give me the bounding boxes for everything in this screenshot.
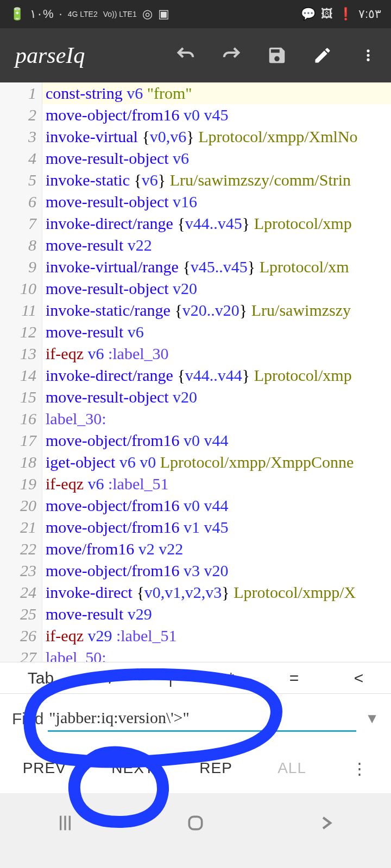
code-line[interactable]: 19if-eqz v6 :label_51 bbox=[0, 473, 391, 495]
code-line[interactable]: 18iget-object v6 v0 Lprotocol/xmpp/XmppC… bbox=[0, 451, 391, 473]
line-number: 26 bbox=[0, 625, 42, 647]
code-line[interactable]: 3invoke-virtual {v0,v6} Lprotocol/xmpp/X… bbox=[0, 126, 391, 148]
message-icon: 💬 bbox=[301, 7, 316, 21]
code-content: move-result v29 bbox=[42, 603, 152, 625]
symbol-key[interactable]: = bbox=[280, 669, 309, 687]
code-content: invoke-direct {v0,v1,v2,v3} Lprotocol/xm… bbox=[42, 582, 356, 603]
line-number: 4 bbox=[0, 148, 42, 169]
symbol-key[interactable]: / bbox=[99, 669, 123, 687]
line-number: 10 bbox=[0, 278, 42, 299]
line-number: 19 bbox=[0, 473, 42, 495]
line-number: 22 bbox=[0, 538, 42, 560]
symbol-key[interactable]: * bbox=[218, 669, 244, 687]
find-input[interactable] bbox=[48, 705, 356, 732]
symbol-row: Tab/|*=< bbox=[0, 662, 391, 693]
code-editor[interactable]: 1const-string v6 "from"2move-object/from… bbox=[0, 82, 391, 662]
code-line[interactable]: 16label_30: bbox=[0, 408, 391, 430]
recents-button[interactable] bbox=[50, 808, 80, 838]
line-number: 13 bbox=[0, 343, 42, 365]
code-content: label_30: bbox=[42, 408, 106, 430]
code-content: move-object/from16 v0 v45 bbox=[42, 104, 229, 126]
redo-button[interactable] bbox=[220, 44, 242, 66]
page-title: parseIq bbox=[15, 42, 175, 68]
svg-point-1 bbox=[367, 54, 369, 56]
code-line[interactable]: 22move/from16 v2 v22 bbox=[0, 538, 391, 560]
line-number: 20 bbox=[0, 495, 42, 516]
line-number: 15 bbox=[0, 386, 42, 408]
line-number: 1 bbox=[0, 82, 42, 104]
undo-button[interactable] bbox=[175, 44, 197, 66]
more-button[interactable] bbox=[357, 44, 379, 66]
hotspot-icon: ◎ bbox=[142, 7, 153, 21]
code-line[interactable]: 6move-result-object v16 bbox=[0, 191, 391, 213]
code-line[interactable]: 2move-object/from16 v0 v45 bbox=[0, 104, 391, 126]
all-button[interactable]: ALL bbox=[278, 760, 306, 777]
code-content: const-string v6 "from" bbox=[42, 82, 192, 104]
prev-button[interactable]: PREV bbox=[23, 760, 66, 777]
edit-button[interactable] bbox=[312, 44, 333, 66]
status-bar: 🔋 ١٠% · 4G LTE2 Vo)) LTE1 ◎ ▣ 💬 🖼 ❗ ٧:٥٣ bbox=[0, 0, 391, 28]
line-number: 11 bbox=[0, 299, 42, 321]
find-more-button[interactable]: ⋮ bbox=[351, 759, 368, 778]
battery-pct: ١٠% bbox=[30, 7, 54, 21]
code-line[interactable]: 25move-result v29 bbox=[0, 603, 391, 625]
svg-rect-6 bbox=[189, 816, 201, 829]
line-number: 24 bbox=[0, 582, 42, 603]
code-line[interactable]: 12move-result v6 bbox=[0, 321, 391, 343]
line-number: 14 bbox=[0, 365, 42, 386]
back-button[interactable] bbox=[311, 808, 341, 838]
line-number: 9 bbox=[0, 256, 42, 278]
code-content: if-eqz v29 :label_51 bbox=[42, 625, 177, 647]
signal-1: 4G LTE2 bbox=[68, 10, 98, 18]
code-line[interactable]: 8move-result v22 bbox=[0, 234, 391, 256]
code-line[interactable]: 10move-result-object v20 bbox=[0, 278, 391, 299]
cast-icon: ▣ bbox=[158, 7, 169, 21]
symbol-key[interactable]: Tab bbox=[18, 669, 64, 687]
line-number: 7 bbox=[0, 213, 42, 234]
android-nav-bar bbox=[0, 793, 391, 853]
code-line[interactable]: 26if-eqz v29 :label_51 bbox=[0, 625, 391, 647]
code-content: invoke-virtual {v0,v6} Lprotocol/xmpp/Xm… bbox=[42, 126, 358, 148]
code-content: move-result v6 bbox=[42, 321, 144, 343]
code-line[interactable]: 24invoke-direct {v0,v1,v2,v3} Lprotocol/… bbox=[0, 582, 391, 603]
battery-icon: 🔋 bbox=[10, 7, 24, 21]
line-number: 18 bbox=[0, 451, 42, 473]
line-number: 17 bbox=[0, 430, 42, 451]
symbol-key[interactable]: < bbox=[344, 669, 374, 687]
home-button[interactable] bbox=[180, 808, 211, 838]
save-button[interactable] bbox=[266, 44, 288, 66]
code-line[interactable]: 13if-eqz v6 :label_30 bbox=[0, 343, 391, 365]
find-actions: PREV NEXT REP ALL ⋮ bbox=[0, 743, 391, 793]
code-content: move-result-object v20 bbox=[42, 386, 197, 408]
line-number: 8 bbox=[0, 234, 42, 256]
code-content: move/from16 v2 v22 bbox=[42, 538, 183, 560]
code-line[interactable]: 7invoke-direct/range {v44..v45} Lprotoco… bbox=[0, 213, 391, 234]
signal-2: Vo)) LTE1 bbox=[103, 10, 137, 18]
find-bar: Find ▼ bbox=[0, 693, 391, 743]
replace-button[interactable]: REP bbox=[199, 760, 232, 777]
line-number: 3 bbox=[0, 126, 42, 148]
line-number: 16 bbox=[0, 408, 42, 430]
code-line[interactable]: 23move-object/from16 v3 v20 bbox=[0, 560, 391, 582]
code-content: invoke-direct/range {v44..v45} Lprotocol… bbox=[42, 213, 352, 234]
find-label: Find bbox=[12, 710, 43, 728]
symbol-key[interactable]: | bbox=[159, 669, 182, 687]
code-line[interactable]: 15move-result-object v20 bbox=[0, 386, 391, 408]
code-line[interactable]: 21move-object/from16 v1 v45 bbox=[0, 516, 391, 538]
code-content: move-object/from16 v0 v44 bbox=[42, 495, 229, 516]
find-dropdown[interactable]: ▼ bbox=[356, 711, 379, 727]
code-line[interactable]: 11invoke-static/range {v20..v20} Lru/saw… bbox=[0, 299, 391, 321]
clock-text: ٧:٥٣ bbox=[358, 7, 381, 21]
code-line[interactable]: 5invoke-static {v6} Lru/sawimzszy/comm/S… bbox=[0, 169, 391, 191]
code-line[interactable]: 1const-string v6 "from" bbox=[0, 82, 391, 104]
code-line[interactable]: 9invoke-virtual/range {v45..v45} Lprotoc… bbox=[0, 256, 391, 278]
svg-point-2 bbox=[367, 59, 369, 61]
next-button[interactable]: NEXT bbox=[111, 760, 154, 777]
image-icon: 🖼 bbox=[321, 7, 333, 21]
code-line[interactable]: 4move-result-object v6 bbox=[0, 148, 391, 169]
code-content: move-object/from16 v0 v44 bbox=[42, 430, 229, 451]
code-line[interactable]: 20move-object/from16 v0 v44 bbox=[0, 495, 391, 516]
code-line[interactable]: 14invoke-direct/range {v44..v44} Lprotoc… bbox=[0, 365, 391, 386]
code-line[interactable]: 27label_50: bbox=[0, 647, 391, 662]
code-line[interactable]: 17move-object/from16 v0 v44 bbox=[0, 430, 391, 451]
